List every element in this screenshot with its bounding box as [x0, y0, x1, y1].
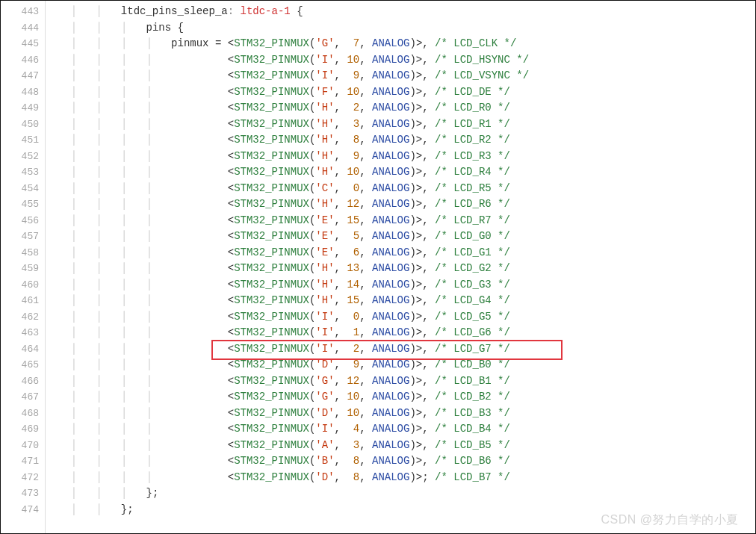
pinmux-row: │ │ │ │ pinmux = <STM32_PINMUX('G', 7, A… — [46, 36, 755, 52]
pinmux-row: │ │ │ │ <STM32_PINMUX('I', 0, ANALOG)>, … — [46, 309, 755, 326]
pins-close: │ │ │ }; — [46, 485, 755, 502]
port: 'H' — [315, 198, 334, 210]
comment: /* LCD_B4 */ — [435, 423, 510, 435]
macro-name: STM32_PINMUX — [234, 262, 309, 274]
pinmux-row: │ │ │ │ <STM32_PINMUX('A', 3, ANALOG)>, … — [46, 438, 755, 454]
comment: /* LCD_DE */ — [435, 86, 510, 98]
port: 'B' — [315, 455, 334, 467]
mode: ANALOG — [372, 214, 409, 226]
line-number: 448 — [1, 84, 39, 101]
label-name: ltdc_pins_sleep_a — [121, 5, 228, 17]
pin: 14 — [347, 279, 359, 291]
pin: 0 — [347, 311, 359, 323]
mode: ANALOG — [372, 182, 409, 194]
mode: ANALOG — [372, 375, 409, 387]
mode: ANALOG — [372, 279, 409, 291]
comment: /* LCD_G5 */ — [435, 311, 510, 323]
mode: ANALOG — [372, 326, 409, 338]
port: 'I' — [315, 311, 334, 323]
line-number: 472 — [1, 470, 39, 486]
pin: 5 — [347, 230, 359, 242]
line-number: 444 — [1, 20, 39, 37]
mode: ANALOG — [372, 343, 409, 355]
mode: ANALOG — [372, 407, 409, 419]
comment: /* LCD_G1 */ — [435, 246, 510, 258]
pinmux-row: │ │ │ │ <STM32_PINMUX('D', 9, ANALOG)>, … — [46, 357, 755, 373]
mode: ANALOG — [372, 166, 409, 178]
comment: /* LCD_G6 */ — [435, 326, 510, 338]
pinmux-row: │ │ │ │ <STM32_PINMUX('H', 8, ANALOG)>, … — [46, 132, 755, 149]
pinmux-row: │ │ │ │ <STM32_PINMUX('H', 12, ANALOG)>,… — [46, 196, 755, 213]
line-number-gutter: 4434444454464474484494504514524534544554… — [1, 1, 46, 533]
port: 'H' — [315, 262, 334, 274]
line-number: 471 — [1, 453, 39, 470]
port: 'G' — [315, 391, 334, 403]
mode: ANALOG — [372, 54, 409, 66]
pinmux-row: │ │ │ │ <STM32_PINMUX('H', 9, ANALOG)>, … — [46, 149, 755, 165]
port: 'D' — [315, 407, 334, 419]
mode: ANALOG — [372, 423, 409, 435]
line-number: 470 — [1, 438, 39, 454]
pinmux-row: │ │ │ │ <STM32_PINMUX('E', 15, ANALOG)>,… — [46, 213, 755, 229]
macro-name: STM32_PINMUX — [234, 118, 309, 130]
comment: /* LCD_G4 */ — [435, 294, 510, 306]
pins-open: │ │ │ pins { — [46, 20, 755, 37]
pinmux-row: │ │ │ │ <STM32_PINMUX('H', 3, ANALOG)>, … — [46, 117, 755, 133]
port: 'D' — [315, 358, 334, 370]
comment: /* LCD_G3 */ — [435, 279, 510, 291]
pinmux-row: │ │ │ │ <STM32_PINMUX('I', 2, ANALOG)>, … — [46, 341, 755, 358]
mode: ANALOG — [372, 134, 409, 146]
port: 'A' — [315, 439, 334, 451]
pin: 2 — [347, 102, 359, 114]
pin: 4 — [347, 423, 359, 435]
pinmux-keyword: pinmux — [171, 37, 208, 49]
mode: ANALOG — [372, 37, 409, 49]
mode: ANALOG — [372, 118, 409, 130]
port: 'H' — [315, 134, 334, 146]
pin: 3 — [347, 118, 359, 130]
pinmux-row: │ │ │ │ <STM32_PINMUX('C', 0, ANALOG)>, … — [46, 181, 755, 197]
pinmux-row: │ │ │ │ <STM32_PINMUX('F', 10, ANALOG)>,… — [46, 84, 755, 101]
macro-name: STM32_PINMUX — [234, 375, 309, 387]
comment: /* LCD_HSYNC */ — [435, 54, 529, 66]
macro-name: STM32_PINMUX — [234, 69, 309, 81]
macro-name: STM32_PINMUX — [234, 182, 309, 194]
comment: /* LCD_G7 */ — [435, 343, 510, 355]
line-number: 460 — [1, 277, 39, 294]
line-number: 459 — [1, 261, 39, 277]
line-number: 455 — [1, 196, 39, 213]
line-number: 466 — [1, 373, 39, 390]
port: 'H' — [315, 118, 334, 130]
mode: ANALOG — [372, 102, 409, 114]
port: 'I' — [315, 54, 334, 66]
macro-name: STM32_PINMUX — [234, 230, 309, 242]
port: 'E' — [315, 246, 334, 258]
mode: ANALOG — [372, 86, 409, 98]
pin: 9 — [347, 150, 359, 162]
line-number: 451 — [1, 132, 39, 149]
comment: /* LCD_B6 */ — [435, 455, 510, 467]
pinmux-row: │ │ │ │ <STM32_PINMUX('H', 10, ANALOG)>,… — [46, 164, 755, 181]
port: 'I' — [315, 343, 334, 355]
pinmux-row: │ │ │ │ <STM32_PINMUX('H', 2, ANALOG)>, … — [46, 100, 755, 117]
pin: 7 — [347, 37, 359, 49]
pinmux-row: │ │ │ │ <STM32_PINMUX('I', 4, ANALOG)>, … — [46, 421, 755, 438]
port: 'C' — [315, 182, 334, 194]
pin: 9 — [347, 69, 359, 81]
comment: /* LCD_VSYNC */ — [435, 69, 529, 81]
port: 'D' — [315, 471, 334, 483]
node-open: │ │ ltdc_pins_sleep_a: ltdc-a-1 { — [46, 4, 755, 20]
close-pins: }; — [146, 487, 158, 499]
port: 'H' — [315, 279, 334, 291]
comment: /* LCD_B2 */ — [435, 391, 510, 403]
line-number: 464 — [1, 341, 39, 358]
comment: /* LCD_B7 */ — [435, 471, 510, 483]
pin: 10 — [347, 86, 359, 98]
macro-name: STM32_PINMUX — [234, 439, 309, 451]
pin: 15 — [347, 294, 359, 306]
pin: 12 — [347, 198, 359, 210]
pin: 13 — [347, 262, 359, 274]
macro-name: STM32_PINMUX — [234, 37, 309, 49]
mode: ANALOG — [372, 69, 409, 81]
port: 'G' — [315, 37, 334, 49]
